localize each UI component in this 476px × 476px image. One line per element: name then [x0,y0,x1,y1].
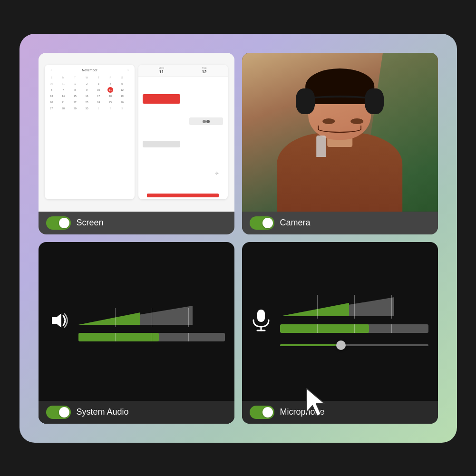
camera-label: Camera [280,218,311,228]
system-audio-toggle-knob [59,407,69,418]
screen-label: Screen [77,218,104,228]
screen-footer: Screen [39,212,234,234]
microphone-label: Microphone [280,407,325,417]
cards-grid: ‹ November › S M T W T F S 30 31 [39,53,438,424]
speaker-icon [48,310,69,333]
microphone-toggle[interactable] [250,406,274,419]
camera-card: Camera [242,53,438,234]
camera-footer: Camera [242,212,438,234]
microphone-slider-thumb[interactable] [336,340,346,350]
microphone-viz [242,242,438,401]
screen-card: ‹ November › S M T W T F S 30 31 [39,53,234,234]
camera-preview [242,53,438,212]
system-audio-card: System Audio [39,242,234,424]
system-audio-footer: System Audio [39,401,234,424]
schedule-panel: MON 11 TUE 12 [138,65,228,199]
svg-marker-0 [52,313,61,328]
camera-toggle[interactable] [250,216,274,230]
microphone-volume-viz [280,292,428,350]
system-audio-volume-viz [78,301,225,341]
microphone-icon [252,309,271,334]
main-container: ‹ November › S M T W T F S 30 31 [19,34,457,443]
screen-toggle-knob [59,218,69,228]
microphone-slider[interactable] [280,340,428,350]
system-audio-viz [39,242,234,401]
screen-preview: ‹ November › S M T W T F S 30 31 [39,53,234,212]
camera-toggle-knob [262,218,273,228]
microphone-footer: Microphone [242,401,438,424]
system-audio-label: System Audio [77,407,129,417]
calendar-panel: ‹ November › S M T W T F S 30 31 [45,65,134,199]
microphone-toggle-knob [262,407,273,418]
screen-toggle[interactable] [46,216,71,230]
system-audio-toggle[interactable] [46,406,71,419]
microphone-card: Microphone [242,242,438,424]
svg-rect-4 [257,310,265,322]
